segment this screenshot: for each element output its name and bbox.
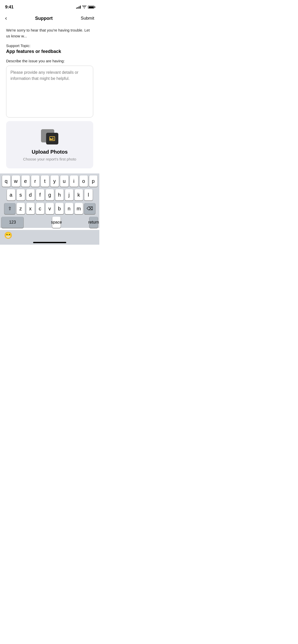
nav-bar: ‹ Support Submit — [0, 12, 99, 25]
keyboard: q w e r t y u i o p a s d f g h j k l ⇧ … — [0, 173, 99, 228]
key-m[interactable]: m — [75, 203, 83, 214]
key-y[interactable]: y — [50, 175, 59, 187]
upload-subtitle: Choose your report's first photo — [23, 157, 76, 161]
status-time: 9:41 — [5, 5, 13, 10]
return-key[interactable]: return — [89, 217, 98, 228]
numbers-label: 123 — [9, 220, 16, 225]
main-content: We're sorry to hear that you're having t… — [0, 25, 99, 168]
submit-button[interactable]: Submit — [81, 16, 94, 21]
emoji-button[interactable]: 😁 — [4, 231, 12, 239]
key-d[interactable]: d — [26, 189, 35, 200]
shift-key[interactable]: ⇧ — [4, 203, 15, 214]
signal-icon — [76, 6, 81, 9]
status-icons — [76, 5, 94, 9]
key-t[interactable]: t — [41, 175, 49, 187]
key-k[interactable]: k — [75, 189, 83, 200]
emoji-bar: 😁 — [0, 230, 99, 240]
intro-text: We're sorry to hear that you're having t… — [6, 27, 93, 39]
wifi-icon — [82, 5, 86, 9]
key-j[interactable]: j — [65, 189, 73, 200]
back-button[interactable]: ‹ — [5, 16, 7, 21]
backspace-key[interactable]: ⌫ — [84, 203, 95, 214]
upload-icon — [41, 129, 58, 144]
key-b[interactable]: b — [55, 203, 64, 214]
key-a[interactable]: a — [7, 189, 15, 200]
key-s[interactable]: s — [17, 189, 25, 200]
space-label: space — [51, 220, 62, 225]
describe-label: Describe the issue you are having: — [6, 59, 93, 63]
upload-icon-front — [46, 133, 58, 144]
key-n[interactable]: n — [65, 203, 73, 214]
key-u[interactable]: u — [60, 175, 69, 187]
battery-icon — [88, 6, 94, 9]
key-i[interactable]: i — [70, 175, 78, 187]
photo-symbol — [49, 136, 55, 141]
status-bar: 9:41 — [0, 0, 99, 12]
keyboard-row-1: q w e r t y u i o p — [1, 175, 99, 187]
key-c[interactable]: c — [36, 203, 44, 214]
upload-title: Upload Photos — [32, 149, 67, 155]
key-r[interactable]: r — [31, 175, 39, 187]
key-q[interactable]: q — [2, 175, 10, 187]
key-h[interactable]: h — [55, 189, 64, 200]
keyboard-row-2: a s d f g h j k l — [1, 189, 99, 200]
key-v[interactable]: v — [46, 203, 54, 214]
numbers-key[interactable]: 123 — [2, 217, 23, 228]
keyboard-bottom-row: 123 space return — [1, 217, 99, 228]
home-indicator-bar — [0, 240, 99, 245]
page-title: Support — [35, 16, 53, 21]
keyboard-row-3: ⇧ z x c v b n m ⌫ — [1, 203, 99, 214]
backspace-icon: ⌫ — [87, 206, 93, 211]
space-key[interactable]: space — [52, 217, 61, 228]
support-topic-value: App features or feedback — [6, 49, 93, 54]
key-z[interactable]: z — [17, 203, 25, 214]
key-f[interactable]: f — [36, 189, 44, 200]
key-g[interactable]: g — [46, 189, 54, 200]
support-topic-label: Support Topic: — [6, 43, 93, 48]
issue-textarea-wrapper[interactable] — [6, 66, 93, 118]
issue-textarea[interactable] — [10, 69, 89, 113]
shift-icon: ⇧ — [8, 206, 12, 211]
key-e[interactable]: e — [21, 175, 30, 187]
key-p[interactable]: p — [89, 175, 98, 187]
return-label: return — [88, 220, 99, 225]
key-x[interactable]: x — [26, 203, 35, 214]
key-l[interactable]: l — [84, 189, 93, 200]
home-indicator — [33, 242, 66, 243]
key-o[interactable]: o — [79, 175, 88, 187]
key-w[interactable]: w — [12, 175, 20, 187]
upload-photos-section[interactable]: Upload Photos Choose your report's first… — [6, 121, 93, 168]
